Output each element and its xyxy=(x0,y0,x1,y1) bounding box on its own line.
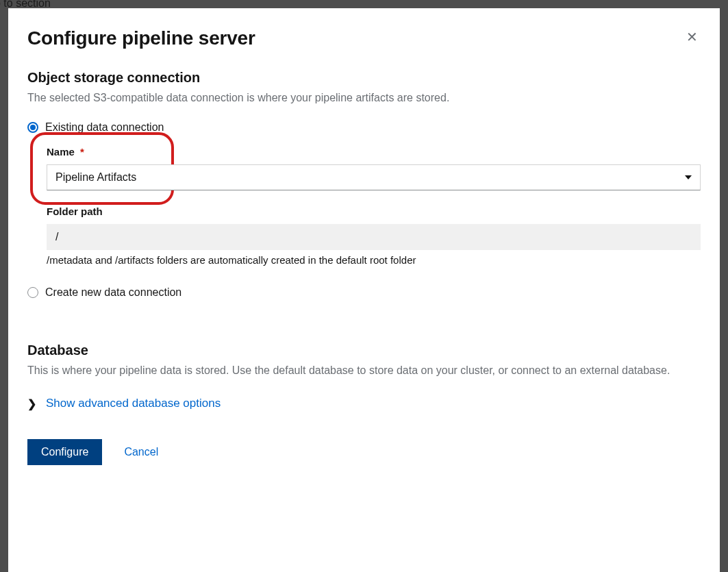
configure-pipeline-modal: Configure pipeline server ✕ Object stora… xyxy=(8,8,720,572)
folder-path-label: Folder path xyxy=(47,206,701,217)
close-button[interactable]: ✕ xyxy=(683,27,701,47)
object-storage-heading: Object storage connection xyxy=(27,70,701,86)
modal-title: Configure pipeline server xyxy=(27,27,255,49)
cancel-button[interactable]: Cancel xyxy=(124,446,158,458)
name-field-label: Name * xyxy=(47,146,701,158)
name-select[interactable]: Pipeline Artifacts xyxy=(47,164,701,190)
radio-create-new-row[interactable]: Create new data connection xyxy=(27,286,701,299)
expand-database-options[interactable]: ❯ Show advanced database options xyxy=(27,397,701,410)
object-storage-description: The selected S3-compatible data connecti… xyxy=(27,90,701,106)
folder-path-input[interactable] xyxy=(47,224,701,250)
radio-existing-connection-row[interactable]: Existing data connection xyxy=(27,121,701,134)
configure-button[interactable]: Configure xyxy=(27,439,102,465)
folder-path-helper: /metadata and /artifacts folders are aut… xyxy=(47,254,701,266)
caret-down-icon xyxy=(685,175,692,179)
radio-existing-connection-label: Existing data connection xyxy=(45,121,164,134)
chevron-right-icon: ❯ xyxy=(27,397,36,410)
database-heading: Database xyxy=(27,343,701,358)
expand-database-options-label: Show advanced database options xyxy=(46,397,221,410)
radio-create-new-label: Create new data connection xyxy=(45,286,181,299)
database-description: This is where your pipeline data is stor… xyxy=(27,362,701,379)
radio-create-new[interactable] xyxy=(27,287,38,298)
radio-existing-connection[interactable] xyxy=(27,122,38,133)
close-icon: ✕ xyxy=(686,29,698,45)
required-marker: * xyxy=(80,146,84,158)
name-select-value: Pipeline Artifacts xyxy=(55,171,136,184)
name-field-label-text: Name xyxy=(47,146,75,158)
